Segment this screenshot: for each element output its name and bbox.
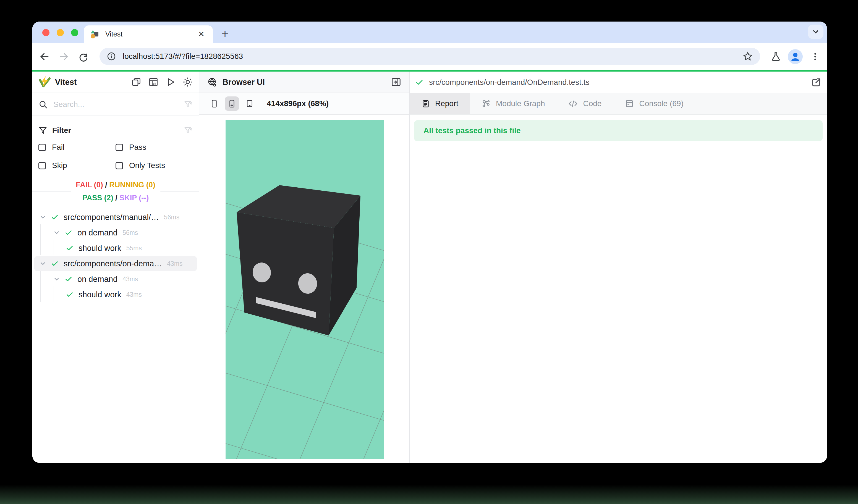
chevron-down-icon[interactable]: [53, 229, 60, 236]
preview-header: Browser UI: [199, 71, 409, 93]
checkbox-label: Skip: [52, 161, 67, 170]
tree-row-suite[interactable]: on demand 56ms: [32, 225, 199, 240]
results-tab-bar: Report Module Graph Code Console (69): [410, 93, 827, 115]
phone-plus-icon: [228, 99, 236, 108]
device-phone-button[interactable]: [207, 96, 221, 111]
pass-check-icon: [415, 78, 424, 86]
close-window-button[interactable]: [42, 29, 49, 36]
chevron-down-icon[interactable]: [53, 276, 60, 283]
robot-cube: [237, 185, 361, 336]
pass-check-icon: [66, 291, 74, 298]
pass-check-icon: [65, 229, 73, 237]
preview-windows-icon[interactable]: [131, 77, 141, 87]
reload-button[interactable]: [76, 49, 91, 64]
tab-report[interactable]: Report: [410, 93, 470, 114]
experiments-button[interactable]: [768, 49, 784, 64]
sidebar: Vitest Search... Filter: [32, 71, 199, 463]
stats-line-2: PASS (2) / SKIP (--): [76, 192, 155, 205]
browser-tab-vitest[interactable]: Vitest ✕: [84, 26, 213, 43]
test-case-name: should work: [79, 244, 121, 253]
test-suite-name: on demand: [77, 228, 117, 237]
device-phone-plus-button-selected[interactable]: [225, 96, 239, 111]
tab-close-icon[interactable]: ✕: [198, 30, 205, 39]
funnel-icon: [38, 126, 47, 135]
search-bar[interactable]: Search...: [32, 93, 199, 116]
checkbox-label: Pass: [129, 143, 146, 152]
test-duration: 43ms: [123, 276, 138, 283]
chevron-down-icon[interactable]: [39, 214, 46, 221]
bookmark-star-icon[interactable]: [743, 51, 753, 62]
search-input[interactable]: Search...: [53, 100, 184, 109]
console-icon: [625, 99, 634, 108]
desktop-haze: [0, 485, 858, 504]
tab-search-chevron-button[interactable]: [808, 25, 824, 39]
desktop-background: Vitest ✕ + localhost:5173/#/?file=182862…: [0, 0, 858, 504]
clear-filter-icon[interactable]: [184, 126, 193, 135]
chevron-down-icon[interactable]: [39, 260, 46, 267]
dock-panel-right-icon[interactable]: [391, 77, 401, 87]
filter-checkbox-skip[interactable]: Skip: [38, 161, 115, 170]
tab-label: Console (69): [639, 99, 683, 108]
filter-checkbox-fail[interactable]: Fail: [38, 143, 115, 152]
test-duration: 56ms: [123, 229, 138, 237]
macos-traffic-lights: [42, 29, 78, 36]
browser-preview-panel: Browser UI 414x896px (68%): [199, 71, 410, 463]
tree-row-test[interactable]: should work 55ms: [32, 240, 199, 256]
device-tablet-button[interactable]: [242, 96, 257, 111]
open-in-editor-icon[interactable]: [811, 77, 822, 87]
filter-title: Filter: [52, 126, 184, 135]
search-icon: [38, 100, 48, 109]
tab-code[interactable]: Code: [556, 93, 613, 114]
dots-vertical-icon: [810, 52, 820, 61]
report-clipboard-icon: [421, 99, 430, 108]
pass-check-icon: [66, 244, 74, 252]
globe-icon: [207, 77, 217, 87]
tree-row-file[interactable]: src/components/manual/… 56ms: [32, 209, 199, 225]
checkbox[interactable]: [38, 162, 46, 169]
forward-button[interactable]: [56, 49, 72, 64]
banner-text: All tests passed in this file: [424, 126, 521, 135]
filter-checkbox-pass[interactable]: Pass: [115, 143, 193, 152]
3d-scene-canvas[interactable]: [225, 120, 384, 459]
tab-title: Vitest: [105, 30, 198, 38]
theme-sun-icon[interactable]: [183, 77, 193, 87]
pass-check-icon: [65, 275, 73, 283]
address-bar[interactable]: localhost:5173/#/?file=1828625563: [99, 48, 760, 65]
minimize-window-button[interactable]: [57, 29, 64, 36]
browser-menu-button[interactable]: [807, 49, 823, 64]
filter-section: Filter Fail Pass Skip: [32, 116, 199, 177]
tab-label: Module Graph: [496, 99, 545, 108]
new-tab-button[interactable]: +: [217, 26, 233, 42]
module-graph-icon: [481, 99, 491, 108]
tree-row-test[interactable]: should work 43ms: [32, 287, 199, 302]
tab-console[interactable]: Console (69): [613, 93, 695, 114]
test-file-name: src/components/on-dema…: [64, 259, 162, 268]
test-duration: 56ms: [164, 214, 179, 221]
arrow-left-icon: [39, 51, 50, 62]
preview-viewport[interactable]: [225, 120, 384, 459]
pass-check-icon: [51, 213, 59, 221]
run-all-play-icon[interactable]: [165, 77, 176, 87]
tablet-icon: [246, 99, 253, 108]
tree-row-suite[interactable]: on demand 43ms: [32, 271, 199, 287]
checkbox[interactable]: [115, 144, 123, 151]
url-text[interactable]: localhost:5173/#/?file=1828625563: [123, 52, 743, 61]
tab-label: Code: [583, 99, 602, 108]
tree-row-file-selected[interactable]: src/components/on-dema… 43ms: [34, 256, 197, 271]
results-panel: src/components/on-demand/OnDemand.test.t…: [410, 71, 827, 463]
checkbox[interactable]: [38, 144, 46, 151]
test-duration: 43ms: [167, 260, 182, 267]
pass-check-icon: [51, 260, 59, 267]
tab-module-graph[interactable]: Module Graph: [470, 93, 556, 114]
profile-button[interactable]: [788, 49, 803, 64]
browser-tab-strip: Vitest ✕ +: [32, 21, 827, 43]
maximize-window-button[interactable]: [71, 29, 78, 36]
test-duration: 43ms: [126, 291, 142, 298]
clear-filter-icon[interactable]: [184, 100, 193, 109]
back-button[interactable]: [37, 49, 52, 64]
checkbox[interactable]: [115, 162, 123, 169]
test-file-tree: src/components/manual/… 56ms on demand 5…: [32, 209, 199, 302]
filter-checkbox-only-tests[interactable]: Only Tests: [115, 161, 193, 170]
dashboard-icon[interactable]: [148, 77, 158, 87]
test-stats-summary: FAIL (0) / RUNNING (0) PASS (2) / SKIP (…: [32, 179, 199, 205]
